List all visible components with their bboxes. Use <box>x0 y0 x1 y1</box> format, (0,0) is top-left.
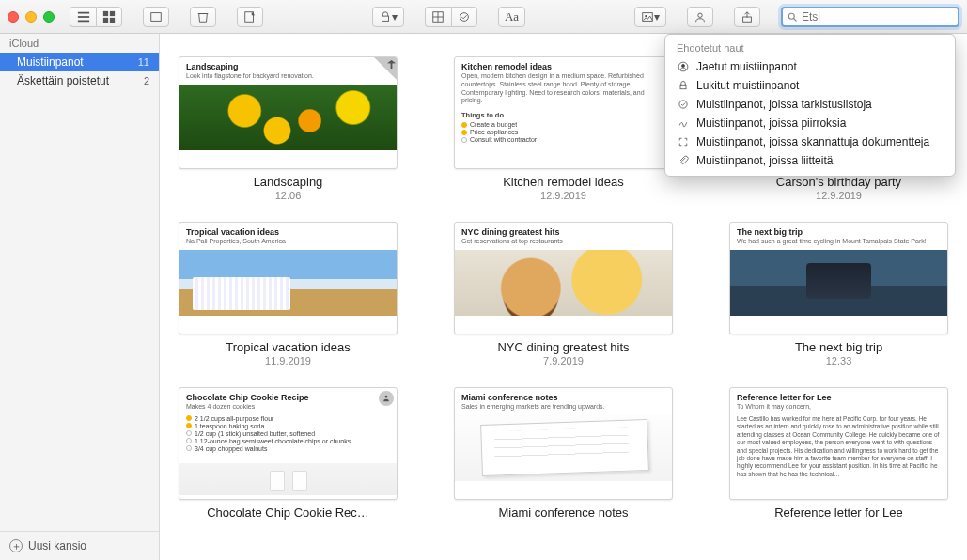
search-icon <box>787 11 798 23</box>
new-folder-button[interactable]: ＋ Uusi kansio <box>0 531 159 560</box>
svg-rect-5 <box>103 17 108 22</box>
note-title: The next big trip <box>729 340 948 354</box>
sidebar-item-count: 2 <box>144 75 149 86</box>
note-card[interactable]: The next big tripWe had such a great tim… <box>729 222 948 366</box>
suggestion-item[interactable]: Muistiinpanot, joissa skannattuja dokume… <box>665 132 955 151</box>
minimize-window-button[interactable] <box>25 11 37 23</box>
sidebar-item-notes[interactable]: Muistiinpanot 11 <box>0 53 159 71</box>
svg-point-11 <box>460 12 469 21</box>
new-folder-label: Uusi kansio <box>28 539 86 552</box>
checklist-button[interactable] <box>451 7 477 27</box>
sidebar-section-header: iCloud <box>0 34 159 53</box>
sidebar: iCloud Muistiinpanot 11 Äskettäin poiste… <box>0 34 160 560</box>
note-date: 12.06 <box>179 190 398 201</box>
suggestion-item[interactable]: Jaetut muistiinpanot <box>665 57 955 76</box>
close-window-button[interactable] <box>8 11 19 23</box>
svg-rect-6 <box>110 17 115 22</box>
search-suggestions-popover: Ehdotetut haut Jaetut muistiinpanotLukit… <box>664 34 956 177</box>
thumb-title: Kitchen remodel ideas <box>455 57 672 72</box>
note-card[interactable]: Tropical vacation ideasNa Pali Propertie… <box>179 222 398 366</box>
note-card[interactable]: Chocolate Chip Cookie RecipeMakes 4 doze… <box>179 387 398 520</box>
suggestion-label: Lukitut muistiinpanot <box>696 79 799 92</box>
note-card[interactable]: Kitchen remodel ideasOpen, modern kitche… <box>454 56 673 201</box>
new-note-button[interactable] <box>237 7 263 27</box>
suggestion-label: Jaetut muistiinpanot <box>696 60 797 73</box>
scribble-icon <box>677 117 689 130</box>
svg-point-19 <box>681 64 684 67</box>
media-button[interactable]: ▾ <box>634 7 666 27</box>
note-date: 12.9.2019 <box>454 190 673 201</box>
format-button[interactable]: Aa <box>498 7 525 27</box>
note-thumbnail: Tropical vacation ideasNa Pali Propertie… <box>179 222 398 334</box>
thumb-subtitle: Open, modern kitchen design in a medium … <box>455 72 672 109</box>
window-controls <box>8 11 55 23</box>
svg-rect-0 <box>77 11 88 13</box>
thumb-subtitle: Makes 4 dozen cookies <box>179 403 397 415</box>
svg-rect-3 <box>103 10 108 15</box>
suggestions-header: Ehdotetut haut <box>665 40 955 57</box>
note-title: Chocolate Chip Cookie Rec… <box>179 506 398 520</box>
note-title: Landscaping <box>179 175 398 189</box>
suggestion-item[interactable]: Lukitut muistiinpanot <box>665 76 955 95</box>
note-thumbnail: Chocolate Chip Cookie RecipeMakes 4 doze… <box>179 387 398 500</box>
thumb-subtitle: Get reservations at top restaurants <box>455 238 672 250</box>
note-card[interactable]: NYC dining greatest hitsGet reservations… <box>454 222 673 366</box>
sidebar-item-label: Äskettäin poistetut <box>17 74 109 87</box>
view-mode-group <box>70 7 122 27</box>
pin-icon <box>373 56 398 81</box>
thumb-title: Reference letter for Lee <box>730 388 947 403</box>
scan-icon <box>677 136 689 148</box>
note-thumbnail: Reference letter for LeeTo Whom it may c… <box>729 387 948 500</box>
person-circle-icon <box>677 61 689 73</box>
lock-icon <box>677 80 689 92</box>
suggestion-item[interactable]: Muistiinpanot, joissa piirroksia <box>665 114 955 132</box>
sidebar-item-recently-deleted[interactable]: Äskettäin poistetut 2 <box>0 71 159 90</box>
lock-button[interactable]: ▾ <box>372 7 404 27</box>
svg-point-17 <box>385 396 388 398</box>
delete-note-button[interactable] <box>190 7 216 27</box>
thumb-title: NYC dining greatest hits <box>455 223 672 238</box>
list-view-button[interactable] <box>70 7 96 27</box>
suggestion-item[interactable]: Muistiinpanot, joissa liitteitä <box>665 151 955 170</box>
plus-circle-icon: ＋ <box>9 539 23 552</box>
thumb-subtitle: Look into flagstone for backyard renovat… <box>179 72 397 85</box>
table-button[interactable] <box>425 7 451 27</box>
attachments-button[interactable] <box>143 7 169 27</box>
svg-point-14 <box>698 13 702 17</box>
note-card[interactable]: Reference letter for LeeTo Whom it may c… <box>729 387 948 520</box>
note-date: 12.9.2019 <box>729 190 948 201</box>
collaborate-button[interactable] <box>687 7 713 27</box>
search-input[interactable] <box>802 10 954 23</box>
svg-rect-1 <box>77 16 88 18</box>
gallery-view-button[interactable] <box>96 7 122 27</box>
thumb-title: Chocolate Chip Cookie Recipe <box>179 388 397 403</box>
suggestion-item[interactable]: Muistiinpanot, joissa tarkistuslistoja <box>665 95 955 114</box>
note-date: 12.33 <box>729 355 948 366</box>
note-title: Carson's birthday party <box>729 175 948 189</box>
suggestion-label: Muistiinpanot, joissa tarkistuslistoja <box>696 98 872 111</box>
svg-point-13 <box>645 15 647 17</box>
sidebar-item-label: Muistiinpanot <box>17 55 84 69</box>
paperclip-icon <box>677 155 689 167</box>
svg-rect-4 <box>110 10 115 15</box>
note-thumbnail: Miami conference notesSales in emerging … <box>454 387 673 500</box>
zoom-window-button[interactable] <box>43 11 55 23</box>
svg-rect-9 <box>382 16 388 21</box>
note-card[interactable]: LandscapingLook into flagstone for backy… <box>179 56 398 201</box>
thumb-title: Tropical vacation ideas <box>179 223 397 238</box>
share-button[interactable] <box>734 7 760 27</box>
search-field[interactable] <box>781 7 959 27</box>
note-title: Miami conference notes <box>454 506 673 520</box>
note-card[interactable]: Miami conference notesSales in emerging … <box>454 387 673 520</box>
note-date: 7.9.2019 <box>454 355 673 366</box>
note-title: NYC dining greatest hits <box>454 340 673 354</box>
thumb-subtitle: We had such a great time cycling in Moun… <box>730 238 947 250</box>
suggestion-label: Muistiinpanot, joissa skannattuja dokume… <box>696 135 929 148</box>
svg-rect-20 <box>680 85 686 89</box>
note-title: Kitchen remodel ideas <box>454 175 673 189</box>
sidebar-item-count: 11 <box>138 56 149 68</box>
shared-badge-icon <box>379 391 394 406</box>
thumb-body: Lee Castillo has worked for me here at P… <box>730 415 947 479</box>
thumb-title: Miami conference notes <box>455 388 672 403</box>
note-date: 11.9.2019 <box>179 355 398 366</box>
